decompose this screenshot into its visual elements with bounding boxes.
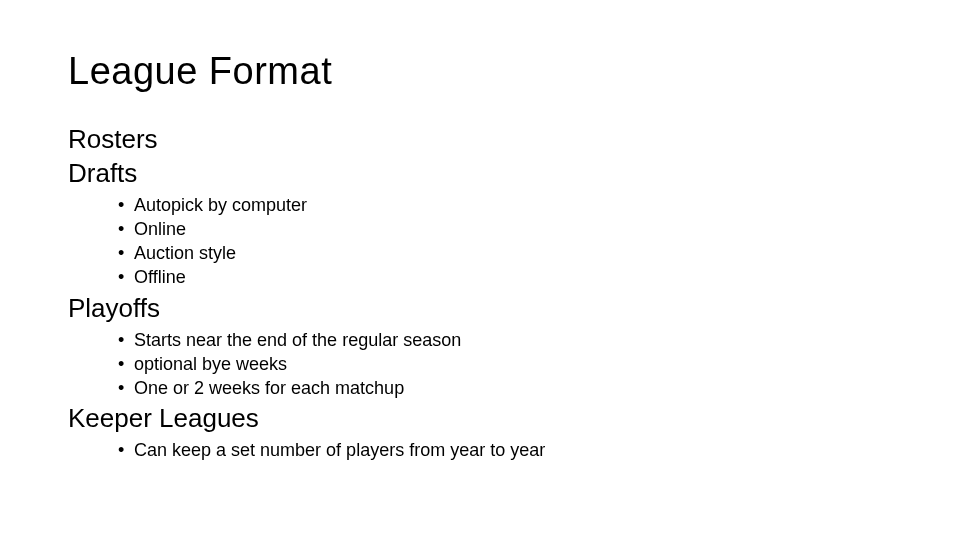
section-heading-drafts: Drafts (68, 157, 900, 191)
playoffs-bullet-list: Starts near the end of the regular seaso… (118, 328, 900, 401)
list-item: optional bye weeks (118, 352, 900, 376)
keeper-bullet-list: Can keep a set number of players from ye… (118, 438, 900, 462)
list-item: Can keep a set number of players from ye… (118, 438, 900, 462)
list-item: One or 2 weeks for each matchup (118, 376, 900, 400)
section-heading-rosters: Rosters (68, 123, 900, 157)
list-item: Starts near the end of the regular seaso… (118, 328, 900, 352)
list-item: Autopick by computer (118, 193, 900, 217)
section-heading-playoffs: Playoffs (68, 292, 900, 326)
drafts-bullet-list: Autopick by computer Online Auction styl… (118, 193, 900, 290)
list-item: Offline (118, 265, 900, 289)
list-item: Auction style (118, 241, 900, 265)
list-item: Online (118, 217, 900, 241)
section-heading-keeper: Keeper Leagues (68, 402, 900, 436)
slide-title: League Format (68, 50, 900, 93)
